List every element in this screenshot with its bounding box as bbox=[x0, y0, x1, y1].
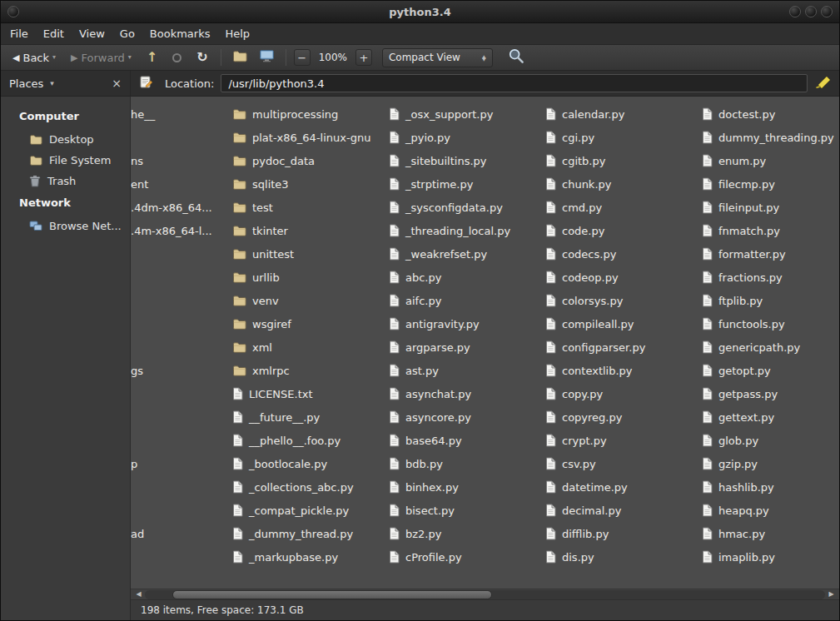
sidebar-item-browse-network[interactable]: Browse Net... bbox=[1, 216, 130, 236]
file-item[interactable]: bisect.py bbox=[382, 499, 539, 522]
sidebar-item-desktop[interactable]: Desktop bbox=[1, 129, 130, 150]
file-item[interactable]: codecs.py bbox=[539, 242, 695, 266]
file-item[interactable]: aifc.py bbox=[382, 289, 539, 312]
file-item[interactable]: getopt.py bbox=[695, 359, 839, 382]
file-item[interactable]: _compat_pickle.py bbox=[226, 499, 382, 522]
file-item[interactable]: codeop.py bbox=[539, 266, 695, 289]
file-item[interactable]: doctest.py bbox=[695, 102, 839, 126]
file-item[interactable]: copy.py bbox=[539, 382, 695, 405]
forward-button[interactable]: ▶ Forward ▾ bbox=[66, 49, 137, 67]
file-item[interactable]: gs bbox=[131, 359, 226, 382]
reload-button[interactable]: ↻ bbox=[191, 48, 212, 67]
edit-path-button[interactable] bbox=[136, 72, 157, 95]
menu-view[interactable]: View bbox=[72, 24, 112, 43]
file-item[interactable]: _sitebuiltins.py bbox=[382, 149, 539, 172]
file-item[interactable]: binhex.py bbox=[382, 475, 539, 499]
menu-file[interactable]: File bbox=[2, 24, 36, 43]
file-item[interactable]: asyncore.py bbox=[382, 405, 539, 429]
menu-go[interactable]: Go bbox=[112, 24, 142, 43]
menu-edit[interactable]: Edit bbox=[36, 24, 72, 43]
file-item[interactable]: chunk.py bbox=[539, 172, 695, 196]
file-item[interactable]: sqlite3 bbox=[226, 172, 382, 196]
file-item[interactable]: argparse.py bbox=[382, 335, 539, 359]
file-item[interactable]: fnmatch.py bbox=[695, 219, 839, 242]
file-item[interactable]: configparser.py bbox=[539, 335, 695, 359]
file-item[interactable]: abc.py bbox=[382, 266, 539, 289]
file-item[interactable]: decimal.py bbox=[539, 499, 695, 522]
file-item[interactable]: p bbox=[131, 452, 226, 475]
file-item[interactable]: .4m-x86_64-l... bbox=[131, 219, 226, 242]
up-button[interactable]: ↑ bbox=[142, 48, 162, 67]
menu-help[interactable]: Help bbox=[217, 24, 257, 43]
file-item[interactable]: dis.py bbox=[539, 545, 695, 569]
file-item[interactable]: _pyio.py bbox=[382, 126, 539, 149]
file-item[interactable]: fractions.py bbox=[695, 266, 839, 289]
new-folder-button[interactable] bbox=[229, 47, 251, 68]
file-item[interactable]: difflib.py bbox=[539, 522, 695, 545]
file-item[interactable]: csv.py bbox=[539, 452, 695, 475]
file-item[interactable]: fileinput.py bbox=[695, 196, 839, 219]
file-item[interactable]: gzip.py bbox=[695, 452, 839, 475]
location-input[interactable] bbox=[221, 74, 808, 92]
file-item[interactable]: colorsys.py bbox=[539, 289, 695, 312]
file-item[interactable]: getpass.py bbox=[695, 382, 839, 405]
file-item[interactable]: LICENSE.txt bbox=[226, 382, 382, 405]
scroll-right-icon[interactable]: ▶ bbox=[825, 591, 838, 598]
file-item[interactable]: _strptime.py bbox=[382, 172, 539, 196]
stop-button[interactable] bbox=[167, 51, 186, 65]
file-item[interactable]: _markupbase.py bbox=[226, 545, 382, 569]
zoom-in-button[interactable]: + bbox=[355, 49, 372, 66]
file-item[interactable]: ns bbox=[131, 149, 226, 172]
file-item[interactable]: copyreg.py bbox=[539, 405, 695, 429]
file-item[interactable]: xmlrpc bbox=[226, 359, 382, 382]
open-terminal-button[interactable] bbox=[256, 47, 278, 68]
file-item[interactable]: __phello__.foo.py bbox=[226, 429, 382, 452]
maximize-button[interactable] bbox=[805, 6, 817, 17]
file-item[interactable]: formatter.py bbox=[695, 242, 839, 266]
file-item[interactable]: bz2.py bbox=[382, 522, 539, 545]
file-item[interactable]: code.py bbox=[539, 219, 695, 242]
scrollbar-track[interactable] bbox=[145, 590, 825, 599]
search-button[interactable] bbox=[504, 45, 528, 70]
file-item[interactable]: pydoc_data bbox=[226, 149, 382, 172]
places-dropdown-icon[interactable]: ▾ bbox=[50, 79, 54, 87]
horizontal-scrollbar[interactable]: ◀ ▶ bbox=[131, 589, 839, 599]
minimize-button[interactable] bbox=[789, 6, 801, 17]
menu-bookmarks[interactable]: Bookmarks bbox=[142, 24, 218, 43]
file-item[interactable]: enum.py bbox=[695, 149, 839, 172]
sidebar-item-file-system[interactable]: File System bbox=[1, 150, 130, 171]
file-item[interactable]: urllib bbox=[226, 266, 382, 289]
file-item[interactable]: dummy_threading.py bbox=[695, 126, 839, 149]
file-item[interactable]: __future__.py bbox=[226, 405, 382, 429]
file-item[interactable]: genericpath.py bbox=[695, 335, 839, 359]
file-item[interactable]: cgitb.py bbox=[539, 149, 695, 172]
file-item[interactable]: _weakrefset.py bbox=[382, 242, 539, 266]
file-item[interactable]: crypt.py bbox=[539, 429, 695, 452]
file-item[interactable]: cgi.py bbox=[539, 126, 695, 149]
file-item[interactable]: datetime.py bbox=[539, 475, 695, 499]
file-item[interactable]: multiprocessing bbox=[226, 102, 382, 126]
window-menu-button[interactable] bbox=[7, 6, 19, 17]
file-item[interactable]: hashlib.py bbox=[695, 475, 839, 499]
sidebar-item-trash[interactable]: Trash bbox=[1, 171, 130, 191]
scrollbar-thumb[interactable] bbox=[172, 590, 492, 599]
brush-button[interactable] bbox=[815, 76, 832, 92]
file-item[interactable]: gettext.py bbox=[695, 405, 839, 429]
file-item[interactable]: venv bbox=[226, 289, 382, 312]
file-item[interactable]: test bbox=[226, 196, 382, 219]
file-item[interactable]: imaplib.py bbox=[695, 545, 839, 569]
file-item[interactable]: _osx_support.py bbox=[382, 102, 539, 126]
file-item[interactable]: asynchat.py bbox=[382, 382, 539, 405]
file-item[interactable]: antigravity.py bbox=[382, 312, 539, 335]
back-button[interactable]: ◀ Back ▾ bbox=[7, 49, 61, 67]
file-item[interactable]: contextlib.py bbox=[539, 359, 695, 382]
file-item[interactable]: bdb.py bbox=[382, 452, 539, 475]
file-item[interactable]: compileall.py bbox=[539, 312, 695, 335]
file-item[interactable]: ast.py bbox=[382, 359, 539, 382]
file-item[interactable]: heapq.py bbox=[695, 499, 839, 522]
file-item[interactable]: cProfile.py bbox=[382, 545, 539, 569]
file-item[interactable]: he__ bbox=[131, 102, 226, 126]
scroll-left-icon[interactable]: ◀ bbox=[132, 591, 145, 598]
file-item[interactable]: functools.py bbox=[695, 312, 839, 335]
file-item[interactable]: tkinter bbox=[226, 219, 382, 242]
